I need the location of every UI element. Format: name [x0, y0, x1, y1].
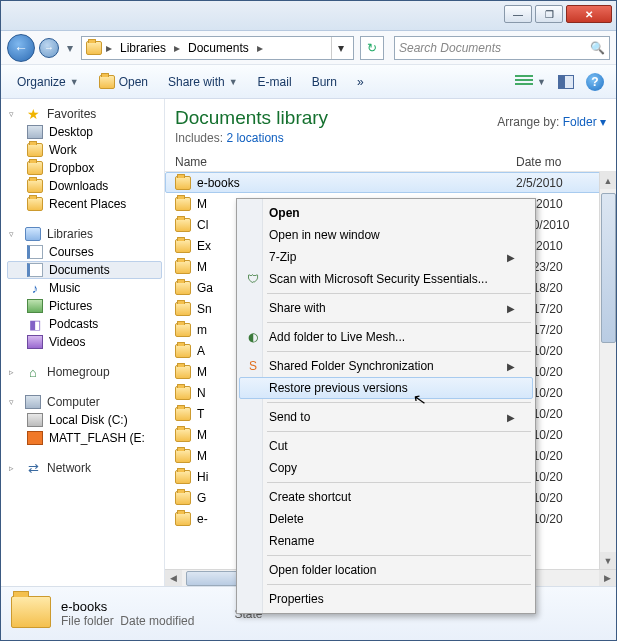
more-commands-button[interactable]: »: [349, 71, 372, 93]
help-button[interactable]: ?: [582, 69, 608, 95]
refresh-button[interactable]: ↻: [360, 36, 384, 60]
scroll-down-icon[interactable]: ▼: [600, 552, 616, 569]
menu-item-label: Scan with Microsoft Security Essentials.…: [269, 272, 488, 286]
address-bar[interactable]: ▸ Libraries ▸ Documents ▸ ▾: [81, 36, 354, 60]
nav-work[interactable]: Work: [7, 141, 162, 159]
menu-item[interactable]: Properties: [239, 588, 533, 610]
scroll-thumb[interactable]: [601, 193, 616, 343]
includes-locations-link[interactable]: 2 locations: [226, 131, 283, 145]
pictures-icon: [27, 299, 43, 313]
menu-item[interactable]: Open folder location: [239, 559, 533, 581]
vertical-scrollbar[interactable]: ▲ ▼: [599, 172, 616, 569]
nav-downloads[interactable]: Downloads: [7, 177, 162, 195]
scroll-up-icon[interactable]: ▲: [600, 172, 616, 189]
disk-icon: [27, 413, 43, 427]
nav-favorites-header[interactable]: ▿★Favorites: [7, 105, 162, 123]
nav-documents[interactable]: Documents: [7, 261, 162, 279]
menu-item[interactable]: ◐Add folder to Live Mesh...: [239, 326, 533, 348]
minimize-button[interactable]: —: [504, 5, 532, 23]
view-options-button[interactable]: ▼: [511, 71, 550, 93]
column-name[interactable]: Name: [175, 155, 516, 169]
menu-item[interactable]: Rename: [239, 530, 533, 552]
menu-item[interactable]: 7-Zip▶: [239, 246, 533, 268]
music-icon: ♪: [27, 281, 43, 295]
context-menu: OpenOpen in new window7-Zip▶🛡Scan with M…: [236, 198, 536, 614]
back-button[interactable]: ←: [7, 34, 35, 62]
network-icon: ⇄: [25, 461, 41, 475]
scroll-right-icon[interactable]: ▶: [599, 570, 616, 586]
email-button[interactable]: E-mail: [250, 71, 300, 93]
breadcrumb-libraries[interactable]: Libraries: [116, 39, 170, 57]
forward-button[interactable]: →: [39, 38, 59, 58]
search-icon: 🔍: [590, 41, 605, 55]
menu-item[interactable]: SShared Folder Synchronization▶: [239, 355, 533, 377]
nav-courses[interactable]: Courses: [7, 243, 162, 261]
file-name: e-books: [197, 176, 510, 190]
folder-icon: [175, 239, 191, 253]
folder-icon: [27, 179, 43, 193]
menu-item[interactable]: 🛡Scan with Microsoft Security Essentials…: [239, 268, 533, 290]
breadcrumb-documents[interactable]: Documents: [184, 39, 253, 57]
nav-pictures[interactable]: Pictures: [7, 297, 162, 315]
folder-icon: [175, 512, 191, 526]
menu-item[interactable]: Copy: [239, 457, 533, 479]
address-dropdown-icon[interactable]: ▾: [331, 37, 349, 59]
nav-matt-flash-e[interactable]: MATT_FLASH (E:: [7, 429, 162, 447]
nav-dropbox[interactable]: Dropbox: [7, 159, 162, 177]
menu-item[interactable]: Open in new window: [239, 224, 533, 246]
details-type: File folder: [61, 614, 114, 628]
maximize-button[interactable]: ❐: [535, 5, 563, 23]
menu-item[interactable]: Share with▶: [239, 297, 533, 319]
help-icon: ?: [586, 73, 604, 91]
menu-item-label: Cut: [269, 439, 288, 453]
menu-item[interactable]: Cut: [239, 435, 533, 457]
history-dropdown-icon[interactable]: ▾: [63, 36, 77, 60]
nav-recent-places[interactable]: Recent Places: [7, 195, 162, 213]
folder-large-icon: [11, 596, 51, 628]
menu-item[interactable]: Create shortcut: [239, 486, 533, 508]
folder-icon: [175, 365, 191, 379]
scroll-left-icon[interactable]: ◀: [165, 570, 182, 586]
nav-podcasts[interactable]: ◧Podcasts: [7, 315, 162, 333]
breadcrumb-sep: ▸: [255, 41, 265, 55]
menu-item-label: Copy: [269, 461, 297, 475]
menu-item-label: Send to: [269, 410, 310, 424]
close-button[interactable]: ✕: [566, 5, 612, 23]
folder-icon: [175, 323, 191, 337]
nav-desktop[interactable]: Desktop: [7, 123, 162, 141]
submenu-arrow-icon: ▶: [507, 252, 515, 263]
nav-libraries-header[interactable]: ▿Libraries: [7, 225, 162, 243]
nav-videos[interactable]: Videos: [7, 333, 162, 351]
menu-item[interactable]: Restore previous versions: [239, 377, 533, 399]
menu-item[interactable]: Open: [239, 202, 533, 224]
includes-label: Includes:: [175, 131, 223, 145]
folder-open-icon: [99, 75, 115, 89]
nav-computer-header[interactable]: ▿Computer: [7, 393, 162, 411]
documents-icon: [27, 263, 43, 277]
arrange-by-value[interactable]: Folder ▾: [563, 115, 606, 129]
favorites-icon: ★: [25, 107, 41, 121]
menu-item[interactable]: Send to▶: [239, 406, 533, 428]
nav-network-header[interactable]: ▹⇄Network: [7, 459, 162, 477]
share-with-button[interactable]: Share with▼: [160, 71, 246, 93]
menu-item-label: Properties: [269, 592, 324, 606]
menu-item-label: Open in new window: [269, 228, 380, 242]
folder-icon: [175, 386, 191, 400]
open-button[interactable]: Open: [91, 71, 156, 93]
nav-homegroup-header[interactable]: ▹⌂Homegroup: [7, 363, 162, 381]
folder-icon: [175, 449, 191, 463]
column-date[interactable]: Date mo: [516, 155, 606, 169]
menu-separator: [267, 322, 531, 323]
burn-button[interactable]: Burn: [304, 71, 345, 93]
submenu-arrow-icon: ▶: [507, 303, 515, 314]
nav-local-disk-c[interactable]: Local Disk (C:): [7, 411, 162, 429]
search-placeholder: Search Documents: [399, 41, 501, 55]
column-headers[interactable]: Name Date mo: [165, 151, 616, 172]
file-row[interactable]: e-books2/5/2010: [165, 172, 616, 193]
organize-button[interactable]: Organize▼: [9, 71, 87, 93]
preview-pane-button[interactable]: [554, 71, 578, 93]
menu-item-label: Delete: [269, 512, 304, 526]
nav-music[interactable]: ♪Music: [7, 279, 162, 297]
menu-item[interactable]: Delete: [239, 508, 533, 530]
search-input[interactable]: Search Documents 🔍: [394, 36, 610, 60]
